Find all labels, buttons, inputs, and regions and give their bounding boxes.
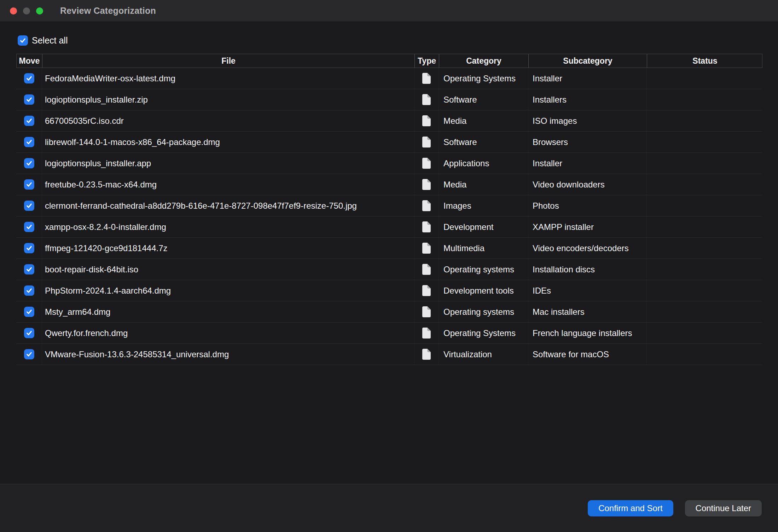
check-icon bbox=[26, 181, 33, 188]
subcategory-cell: French language installers bbox=[528, 323, 646, 343]
type-cell bbox=[414, 301, 439, 322]
confirm-and-sort-button[interactable]: Confirm and Sort bbox=[588, 500, 673, 516]
status-cell bbox=[646, 238, 762, 259]
category-cell: Software bbox=[439, 132, 528, 152]
table-row: ffmpeg-121420-gce9d181444.7z Multimedia … bbox=[16, 238, 762, 259]
table-row: Msty_arm64.dmg Operating systems Mac ins… bbox=[16, 301, 762, 323]
category-cell: Operating systems bbox=[439, 301, 528, 322]
table-row: librewolf-144.0-1-macos-x86_64-package.d… bbox=[16, 132, 762, 153]
row-checkbox[interactable] bbox=[24, 158, 34, 168]
check-icon bbox=[26, 330, 33, 336]
close-button[interactable] bbox=[10, 7, 17, 15]
column-header-file: File bbox=[42, 54, 414, 68]
type-cell bbox=[414, 280, 439, 301]
row-checkbox[interactable] bbox=[24, 201, 34, 211]
category-cell: Development bbox=[439, 216, 528, 237]
subcategory-cell: Browsers bbox=[528, 132, 646, 152]
table-body: FedoraMediaWriter-osx-latest.dmg Operati… bbox=[16, 68, 762, 365]
row-checkbox[interactable] bbox=[24, 116, 34, 126]
file-name: FedoraMediaWriter-osx-latest.dmg bbox=[42, 68, 414, 89]
status-cell bbox=[646, 344, 762, 365]
select-all[interactable]: Select all bbox=[18, 35, 762, 46]
file-name: 667005035rC.iso.cdr bbox=[42, 110, 414, 131]
check-icon bbox=[26, 308, 33, 315]
type-cell bbox=[414, 174, 439, 195]
move-cell bbox=[16, 89, 42, 110]
check-icon bbox=[26, 139, 33, 145]
type-cell bbox=[414, 323, 439, 343]
table-row: freetube-0.23.5-mac-x64.dmg Media Video … bbox=[16, 174, 762, 195]
document-icon bbox=[422, 328, 431, 339]
row-checkbox[interactable] bbox=[24, 349, 34, 359]
subcategory-cell: Video downloaders bbox=[528, 174, 646, 195]
status-cell bbox=[646, 132, 762, 152]
zoom-button[interactable] bbox=[36, 7, 43, 15]
file-table: Move File Type Category Subcategory Stat… bbox=[16, 54, 762, 365]
row-checkbox[interactable] bbox=[24, 94, 34, 105]
category-cell: Images bbox=[439, 195, 528, 216]
category-cell: Operating Systems bbox=[439, 323, 528, 343]
document-icon bbox=[422, 221, 431, 232]
check-icon bbox=[26, 266, 33, 273]
status-cell bbox=[646, 89, 762, 110]
status-cell bbox=[646, 174, 762, 195]
table-row: logioptionsplus_installer.app Applicatio… bbox=[16, 153, 762, 174]
file-name: xampp-osx-8.2.4-0-installer.dmg bbox=[42, 216, 414, 237]
check-icon bbox=[26, 202, 33, 209]
type-cell bbox=[414, 89, 439, 110]
subcategory-cell: Installation discs bbox=[528, 259, 646, 280]
move-cell bbox=[16, 280, 42, 301]
table-row: clermont-ferrand-cathedral-a8dd279b-616e… bbox=[16, 195, 762, 216]
row-checkbox[interactable] bbox=[24, 73, 34, 83]
subcategory-cell: Mac installers bbox=[528, 301, 646, 322]
main-content: Select all Move File Type Category Subca… bbox=[0, 22, 778, 484]
status-cell bbox=[646, 153, 762, 174]
document-icon bbox=[422, 243, 431, 254]
move-cell bbox=[16, 132, 42, 152]
type-cell bbox=[414, 68, 439, 89]
move-cell bbox=[16, 238, 42, 259]
check-icon bbox=[26, 245, 33, 251]
file-name: clermont-ferrand-cathedral-a8dd279b-616e… bbox=[42, 195, 414, 216]
move-cell bbox=[16, 110, 42, 131]
row-checkbox[interactable] bbox=[24, 243, 34, 253]
table-header: Move File Type Category Subcategory Stat… bbox=[16, 54, 762, 68]
row-checkbox[interactable] bbox=[24, 137, 34, 147]
move-cell bbox=[16, 153, 42, 174]
type-cell bbox=[414, 153, 439, 174]
row-checkbox[interactable] bbox=[24, 222, 34, 232]
move-cell bbox=[16, 174, 42, 195]
subcategory-cell: Installer bbox=[528, 68, 646, 89]
file-name: boot-repair-disk-64bit.iso bbox=[42, 259, 414, 280]
file-name: VMware-Fusion-13.6.3-24585314_universal.… bbox=[42, 344, 414, 365]
status-cell bbox=[646, 280, 762, 301]
row-checkbox[interactable] bbox=[24, 285, 34, 296]
row-checkbox[interactable] bbox=[24, 307, 34, 317]
row-checkbox[interactable] bbox=[24, 179, 34, 190]
check-icon bbox=[26, 351, 33, 358]
check-icon bbox=[26, 224, 33, 230]
document-icon bbox=[422, 94, 431, 105]
type-cell bbox=[414, 238, 439, 259]
move-cell bbox=[16, 344, 42, 365]
table-row: boot-repair-disk-64bit.iso Operating sys… bbox=[16, 259, 762, 280]
category-cell: Software bbox=[439, 89, 528, 110]
type-cell bbox=[414, 132, 439, 152]
select-all-checkbox[interactable] bbox=[18, 35, 28, 46]
status-cell bbox=[646, 216, 762, 237]
status-cell bbox=[646, 259, 762, 280]
subcategory-cell: XAMPP installer bbox=[528, 216, 646, 237]
type-cell bbox=[414, 344, 439, 365]
check-icon bbox=[26, 160, 33, 167]
move-cell bbox=[16, 301, 42, 322]
minimize-button[interactable] bbox=[23, 7, 30, 15]
row-checkbox[interactable] bbox=[24, 328, 34, 338]
window-title: Review Categorization bbox=[60, 6, 156, 16]
document-icon bbox=[422, 179, 431, 190]
move-cell bbox=[16, 216, 42, 237]
category-cell: Media bbox=[439, 174, 528, 195]
row-checkbox[interactable] bbox=[24, 264, 34, 274]
category-cell: Operating Systems bbox=[439, 68, 528, 89]
continue-later-button[interactable]: Continue Later bbox=[685, 500, 762, 516]
subcategory-cell: Software for macOS bbox=[528, 344, 646, 365]
